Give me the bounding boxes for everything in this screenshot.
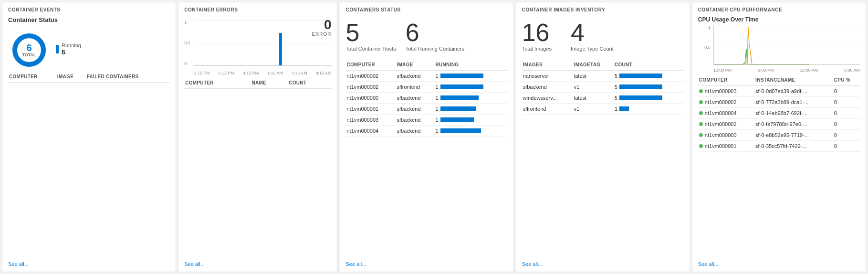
status-col-image: IMAGE xyxy=(396,60,434,71)
cpu-table-row: nt1vm000004 sf-0-14eb98b7-692f-... 0 xyxy=(698,108,860,119)
cpu-y-05: 0.5 xyxy=(704,45,711,50)
x-label-3: 9:12 PM xyxy=(243,71,259,75)
legend-running-value: 6 xyxy=(62,48,81,56)
cpu-computer: nt1vm000000 xyxy=(698,130,754,141)
metric-hosts-value: 5 xyxy=(346,20,396,45)
status-running: 1 xyxy=(434,126,507,137)
images-table-row: sffrontend v1 1 xyxy=(522,104,684,115)
status-dot xyxy=(699,111,703,115)
y-label-05: 0.5 xyxy=(184,41,193,45)
events-subtitle: Container Status xyxy=(8,16,170,23)
errors-see-all[interactable]: See all... xyxy=(184,261,205,267)
metric-hosts-label: Total Container Hosts xyxy=(346,46,396,52)
cpu-instance: sf-0-35cc57fd-7422-... xyxy=(754,141,833,152)
status-dot xyxy=(699,89,703,93)
status-computer: nt1vm000003 xyxy=(346,115,396,126)
events-col-computer: COMPUTER xyxy=(8,72,56,83)
status-image: sfbackend xyxy=(396,115,434,126)
metric-running-value: 6 xyxy=(406,20,465,45)
images-title: CONTAINER IMAGES INVENTORY xyxy=(522,7,684,12)
x-label-6: 9:12 AM xyxy=(315,71,331,75)
events-legend: Running 6 xyxy=(56,42,81,58)
panel-container-events: CONTAINER EVENTS Container Status 6 TOTA… xyxy=(2,2,176,272)
x-label-2: 5:12 PM xyxy=(218,71,234,75)
cpu-x-3: 12:00 AM xyxy=(800,68,818,73)
images-tag: latest xyxy=(573,71,614,82)
status-image: sffrontend xyxy=(396,82,434,93)
status-bar xyxy=(440,128,481,133)
cpu-table-row: nt1vm000002 sf-0-772a3b89-dca1-... 0 xyxy=(698,97,860,108)
errors-title: CONTAINER ERRORS xyxy=(184,7,331,12)
status-bar xyxy=(440,84,483,89)
images-count: 1 xyxy=(614,104,684,115)
status-bar xyxy=(440,95,479,100)
status-image: sfbackend xyxy=(396,126,434,137)
events-table: COMPUTER IMAGE FAILED CONTAINERS xyxy=(8,72,170,83)
metric-hosts: 5 Total Container Hosts xyxy=(346,20,396,52)
cpu-table-row: nt1vm000001 sf-0-35cc57fd-7422-... 0 xyxy=(698,141,860,152)
legend-running-label: Running xyxy=(62,42,81,48)
status-bar xyxy=(440,106,476,111)
images-metrics: 16 Total Images 4 Image Type Count xyxy=(522,16,684,57)
events-see-all[interactable]: See all... xyxy=(8,261,29,267)
status-running: 1 xyxy=(434,93,507,104)
status-computer: nt1vm000001 xyxy=(346,104,396,115)
cpu-percent: 0 xyxy=(833,119,860,130)
status-table-row: nt1vm000002 sffrontend 1 xyxy=(346,82,508,93)
status-dot xyxy=(699,100,703,104)
errors-col-computer: COMPUTER xyxy=(184,78,251,89)
status-table-row: nt1vm000004 sfbackend 1 xyxy=(346,126,508,137)
error-count: 0 xyxy=(324,18,332,32)
events-donut-section: 6 TOTAL Running 6 xyxy=(8,26,170,69)
image-type-label: Image Type Count xyxy=(571,46,614,52)
status-bar xyxy=(440,117,474,122)
panel-images-inventory: CONTAINER IMAGES INVENTORY 16 Total Imag… xyxy=(516,2,690,272)
status-dot xyxy=(699,133,703,137)
image-type-value: 4 xyxy=(571,20,614,45)
cpu-table: COMPUTER INSTANCENAME CPU % nt1vm000003 … xyxy=(698,75,860,152)
cpu-chart-svg xyxy=(714,25,860,64)
status-table-row: nt1vm000000 sfbackend 1 xyxy=(346,93,508,104)
total-images-label: Total Images xyxy=(522,46,552,52)
status-image: sfbackend xyxy=(396,71,434,82)
status-title: CONTAINERS STATUS xyxy=(346,7,508,12)
status-col-running: RUNNING xyxy=(434,60,507,71)
donut-total: 6 xyxy=(22,42,36,53)
status-see-all[interactable]: See all... xyxy=(346,261,366,267)
total-images-value: 16 xyxy=(522,20,552,45)
cpu-table-row: nt1vm000000 sf-0-e8b52e95-7719-... 0 xyxy=(698,130,860,141)
images-image: nanoserver xyxy=(522,71,573,82)
cpu-chart-wrapper: 1 0.5 12:00 PM 6:00 PM 12:00 AM 6:00 AM xyxy=(698,25,860,73)
status-running: 1 xyxy=(434,104,507,115)
images-tag: v1 xyxy=(573,82,614,93)
images-tag: v1 xyxy=(573,104,614,115)
cpu-percent: 0 xyxy=(833,108,860,119)
donut-center: 6 TOTAL xyxy=(22,42,36,58)
status-running: 1 xyxy=(434,115,507,126)
cpu-title: CONTAINER CPU PERFORMANCE xyxy=(698,7,860,12)
errors-xaxis: 1:12 PM 5:12 PM 9:12 PM 1:12 AM 5:12 AM … xyxy=(194,71,331,75)
images-count: 5 xyxy=(614,71,684,82)
images-see-all[interactable]: See all... xyxy=(522,261,543,267)
metric-total-images: 16 Total Images xyxy=(522,20,552,52)
error-badge: 0 ERROR xyxy=(312,18,331,37)
y-label-1: 1 xyxy=(184,20,193,25)
panel-container-errors: CONTAINER ERRORS 1 0.5 0 1:12 PM 5:12 PM… xyxy=(178,2,337,272)
legend-running: Running 6 xyxy=(56,42,81,56)
status-running: 1 xyxy=(434,71,507,82)
cpu-chart-area xyxy=(713,25,860,65)
status-metrics: 5 Total Container Hosts 6 Total Running … xyxy=(346,16,508,57)
status-image: sfbackend xyxy=(396,104,434,115)
cpu-instance: sf-0-fe79788d-97e0-... xyxy=(754,119,833,130)
images-count: 5 xyxy=(614,82,684,93)
images-table-row: sfbackend v1 5 xyxy=(522,82,684,93)
cpu-table-row: nt1vm000003 sf-0-0d07ed39-a9df-... 0 xyxy=(698,86,860,97)
images-tag: latest xyxy=(573,93,614,104)
cpu-percent: 0 xyxy=(833,86,860,97)
status-dot xyxy=(699,144,703,148)
status-computer: nt1vm000004 xyxy=(346,126,396,137)
error-bar-spike xyxy=(279,33,282,65)
status-table-row: nt1vm000003 sfbackend 1 xyxy=(346,115,508,126)
cpu-see-all[interactable]: See all... xyxy=(698,261,719,267)
errors-yaxis: 1 0.5 0 xyxy=(184,20,193,66)
